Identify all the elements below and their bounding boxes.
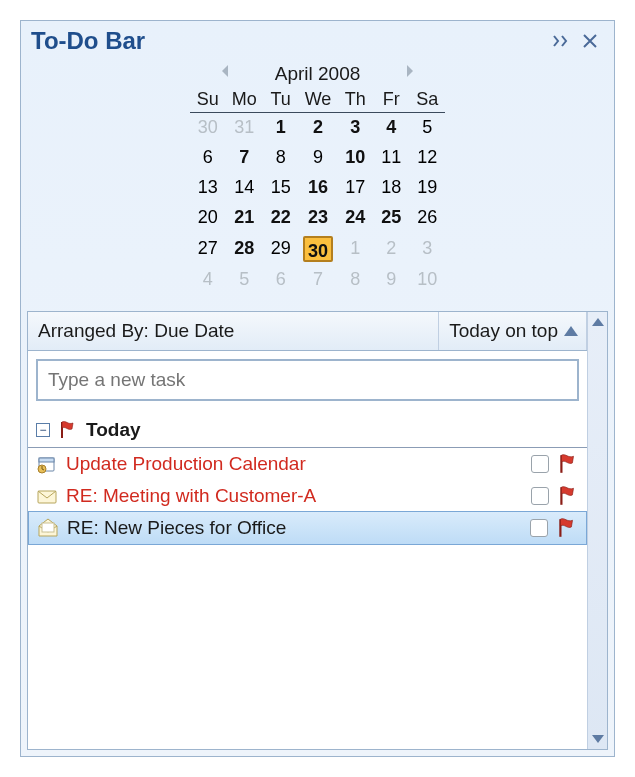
task-row[interactable]: RE: Meeting with Customer-A bbox=[28, 480, 587, 512]
scroll-down-button[interactable] bbox=[588, 729, 607, 749]
calendar-day-header: Fr bbox=[373, 87, 409, 113]
calendar-day-cell[interactable]: 18 bbox=[373, 173, 409, 203]
calendar-day-cell[interactable]: 10 bbox=[409, 265, 445, 295]
calendar-day-cell[interactable]: 22 bbox=[263, 203, 299, 233]
task-group-label: Today bbox=[86, 419, 141, 441]
task-complete-checkbox[interactable] bbox=[530, 519, 548, 537]
calendar-day-cell[interactable]: 8 bbox=[337, 265, 373, 295]
calendar-day-cell[interactable]: 3 bbox=[409, 233, 445, 265]
calendar-day-cell[interactable]: 3 bbox=[337, 113, 373, 143]
scrollbar[interactable] bbox=[587, 312, 607, 750]
calendar-grid: SuMoTuWeThFrSa 3031123456789101112131415… bbox=[190, 87, 446, 295]
calendar-task-icon bbox=[36, 453, 58, 475]
calendar-day-cell[interactable]: 5 bbox=[409, 113, 445, 143]
calendar-day-cell[interactable]: 11 bbox=[373, 143, 409, 173]
flag-icon bbox=[58, 420, 78, 440]
calendar-day-cell[interactable]: 2 bbox=[373, 233, 409, 265]
svg-rect-1 bbox=[39, 458, 54, 462]
calendar-day-cell[interactable]: 29 bbox=[263, 233, 299, 265]
calendar-day-cell[interactable]: 2 bbox=[299, 113, 338, 143]
task-complete-checkbox[interactable] bbox=[531, 487, 549, 505]
calendar-day-header: We bbox=[299, 87, 338, 113]
calendar-day-cell[interactable]: 24 bbox=[337, 203, 373, 233]
calendar-day-cell[interactable]: 27 bbox=[190, 233, 226, 265]
tasks-section: Arranged By: Due Date Today on top − Tod… bbox=[27, 311, 608, 751]
calendar-day-cell[interactable]: 13 bbox=[190, 173, 226, 203]
close-button[interactable] bbox=[576, 28, 604, 54]
calendar-day-cell[interactable]: 12 bbox=[409, 143, 445, 173]
new-task-input[interactable] bbox=[36, 359, 579, 401]
calendar-day-cell[interactable]: 21 bbox=[226, 203, 263, 233]
calendar-day-cell[interactable]: 14 bbox=[226, 173, 263, 203]
calendar-day-cell[interactable]: 7 bbox=[226, 143, 263, 173]
sort-order-label[interactable]: Today on top bbox=[439, 312, 587, 350]
calendar-day-cell[interactable]: 25 bbox=[373, 203, 409, 233]
task-complete-checkbox[interactable] bbox=[531, 455, 549, 473]
task-list: Update Production CalendarRE: Meeting wi… bbox=[28, 448, 587, 544]
calendar-day-cell[interactable]: 5 bbox=[226, 265, 263, 295]
task-group-header[interactable]: − Today bbox=[28, 409, 587, 448]
task-row[interactable]: Update Production Calendar bbox=[28, 448, 587, 480]
collapse-toggle-icon[interactable]: − bbox=[36, 423, 50, 437]
calendar-day-header: Sa bbox=[409, 87, 445, 113]
calendar-day-cell[interactable]: 1 bbox=[337, 233, 373, 265]
calendar-day-header: Su bbox=[190, 87, 226, 113]
calendar-day-cell[interactable]: 8 bbox=[263, 143, 299, 173]
calendar-day-cell[interactable]: 1 bbox=[263, 113, 299, 143]
calendar-day-cell[interactable]: 10 bbox=[337, 143, 373, 173]
sort-ascending-icon bbox=[564, 326, 578, 336]
panel-title: To-Do Bar bbox=[31, 27, 548, 55]
calendar-section: April 2008 SuMoTuWeThFrSa 30311234567891… bbox=[21, 59, 614, 307]
calendar-day-cell[interactable]: 23 bbox=[299, 203, 338, 233]
calendar-day-header: Th bbox=[337, 87, 373, 113]
mail-open-icon bbox=[37, 517, 59, 539]
svg-rect-4 bbox=[42, 523, 54, 532]
arrange-header[interactable]: Arranged By: Due Date Today on top bbox=[28, 312, 587, 351]
titlebar: To-Do Bar bbox=[21, 21, 614, 59]
flag-icon[interactable] bbox=[556, 517, 578, 539]
calendar-day-cell[interactable]: 9 bbox=[299, 143, 338, 173]
calendar-day-cell[interactable]: 15 bbox=[263, 173, 299, 203]
calendar-day-cell[interactable]: 6 bbox=[263, 265, 299, 295]
task-text: RE: New Pieces for Office bbox=[67, 517, 522, 539]
calendar-day-cell[interactable]: 16 bbox=[299, 173, 338, 203]
calendar-day-cell[interactable]: 4 bbox=[190, 265, 226, 295]
flag-icon[interactable] bbox=[557, 453, 579, 475]
calendar-day-cell[interactable]: 26 bbox=[409, 203, 445, 233]
calendar-day-header: Tu bbox=[263, 87, 299, 113]
task-text: RE: Meeting with Customer-A bbox=[66, 485, 523, 507]
task-text: Update Production Calendar bbox=[66, 453, 523, 475]
calendar-day-cell[interactable]: 19 bbox=[409, 173, 445, 203]
calendar-next-button[interactable] bbox=[400, 64, 420, 84]
calendar-day-cell[interactable]: 30 bbox=[299, 233, 338, 265]
flag-icon[interactable] bbox=[557, 485, 579, 507]
calendar-day-cell[interactable]: 6 bbox=[190, 143, 226, 173]
arrange-by-label[interactable]: Arranged By: Due Date bbox=[28, 312, 439, 350]
calendar-day-cell[interactable]: 4 bbox=[373, 113, 409, 143]
task-row[interactable]: RE: New Pieces for Office bbox=[28, 511, 587, 545]
calendar-prev-button[interactable] bbox=[215, 64, 235, 84]
mail-icon bbox=[36, 485, 58, 507]
calendar-day-cell[interactable]: 28 bbox=[226, 233, 263, 265]
calendar-day-cell[interactable]: 9 bbox=[373, 265, 409, 295]
calendar-day-header: Mo bbox=[226, 87, 263, 113]
calendar-day-cell[interactable]: 31 bbox=[226, 113, 263, 143]
todo-bar-panel: To-Do Bar April 2008 SuMoTuWeThFrSa 3031… bbox=[20, 20, 615, 757]
calendar-day-cell[interactable]: 7 bbox=[299, 265, 338, 295]
calendar-day-cell[interactable]: 20 bbox=[190, 203, 226, 233]
scroll-up-button[interactable] bbox=[588, 312, 607, 332]
calendar-day-cell[interactable]: 30 bbox=[190, 113, 226, 143]
calendar-month-label: April 2008 bbox=[245, 63, 391, 85]
minimize-button[interactable] bbox=[548, 28, 576, 54]
calendar-day-cell[interactable]: 17 bbox=[337, 173, 373, 203]
